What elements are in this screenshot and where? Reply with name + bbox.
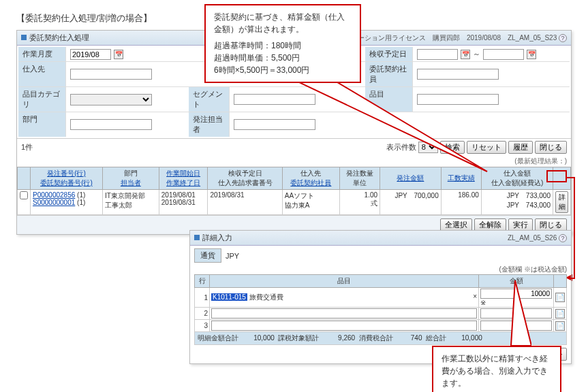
lbl-inspect: 検収予定日: [365, 47, 413, 61]
lbl-currency: 通貨: [194, 248, 221, 263]
lbl-supplier: 仕入先: [18, 62, 66, 86]
square-icon: [21, 35, 27, 40]
work-month-input[interactable]: [70, 49, 111, 60]
latest-note: (最新処理結果：): [17, 156, 571, 167]
calendar-icon[interactable]: 📅: [527, 50, 536, 59]
item-input[interactable]: [211, 308, 477, 318]
detail-button[interactable]: 詳細: [555, 191, 568, 213]
detail-row: 2📄: [195, 308, 567, 320]
result-table: 発注番号(行)委託契約番号(行) 部門担当者 作業開始日作業終了日 検収予定日仕…: [17, 167, 571, 215]
item-input[interactable]: [211, 321, 477, 331]
category-select[interactable]: [70, 94, 152, 105]
lbl-cat: 品目カテゴリ: [18, 87, 66, 112]
table-row: P0000002856 (1)S0000000001 (1) IT東京開発部工事…: [18, 190, 571, 215]
inspect-to[interactable]: [483, 49, 524, 60]
calc-icon[interactable]: 📄: [555, 321, 565, 331]
amount-input[interactable]: [480, 321, 552, 331]
lbl-seg: セグメント: [189, 87, 230, 112]
emp-input[interactable]: [417, 69, 499, 80]
th-ct[interactable]: 委託契約番号(行): [40, 179, 93, 186]
row-count: 1件: [21, 142, 33, 152]
th-hrs[interactable]: 工数実績: [448, 174, 475, 182]
th-po[interactable]: 発注番号(行): [47, 169, 86, 177]
lbl-item: 品目: [365, 87, 413, 112]
panel2-header: 詳細入力 ZL_AM_05_S26 ?: [190, 231, 571, 246]
lbl-orderer: 発注担当者: [189, 112, 230, 137]
amount-input[interactable]: [480, 289, 552, 299]
orderer-input[interactable]: [234, 119, 315, 130]
supplier-input[interactable]: [70, 69, 152, 80]
th-start[interactable]: 作業開始日: [166, 169, 200, 177]
inspect-from[interactable]: [417, 49, 458, 60]
calc-icon[interactable]: 📄: [555, 293, 565, 302]
calc-icon[interactable]: 📄: [555, 309, 565, 318]
search-button[interactable]: 検索: [440, 141, 465, 154]
note-tax: (金額欄 ※は税込金額): [194, 265, 567, 274]
help-icon[interactable]: ?: [559, 34, 567, 42]
lbl-work-month: 作業月度: [18, 47, 66, 61]
square-icon: [194, 235, 200, 240]
panel-detail: 詳細入力 ZL_AM_05_S26 ? 通貨 JPY (金額欄 ※は税込金額) …: [189, 230, 572, 364]
detail-row: 1 K1011-015 × 旅費交通費 ※ 📄: [195, 288, 567, 308]
reset-button[interactable]: リセット: [467, 141, 506, 154]
totals-row: 明細金額合計 10,000 課税対象額計 9,260 消費税合計 740 総合計…: [195, 332, 567, 345]
calendar-icon[interactable]: 📅: [114, 50, 123, 59]
detail-row: 3📄: [195, 320, 567, 332]
callout-calc: 委託契約に基づき、精算金額（仕入金額）が算出されます。 超過基準時間：180時間…: [204, 4, 361, 83]
th-end[interactable]: 作業終了日: [166, 179, 200, 186]
segment-input[interactable]: [234, 94, 315, 105]
amount-input[interactable]: [480, 308, 552, 318]
connector: [574, 177, 575, 279]
th-emp[interactable]: 委託契約社員: [290, 179, 331, 186]
th-pic[interactable]: 担当者: [121, 179, 141, 186]
panel2-title: 詳細入力: [202, 233, 232, 242]
callout-expense: 作業工数以外に精算すべき経費がある場合、別途入力できます。: [432, 346, 561, 392]
disp-select[interactable]: 8: [418, 142, 438, 153]
item-code[interactable]: K1011-015: [211, 293, 247, 301]
clear-icon[interactable]: ×: [473, 293, 477, 300]
detail-table: 行品目金額 1 K1011-015 × 旅費交通費 ※ 📄 2📄 3📄 明細金額…: [194, 274, 567, 345]
lbl-emp: 委託契約社員: [365, 62, 413, 86]
dept-input[interactable]: [70, 119, 152, 130]
row-checkbox[interactable]: [20, 191, 28, 199]
po-link[interactable]: P0000002856: [33, 191, 75, 199]
ct-link[interactable]: S0000000001: [33, 199, 75, 206]
th-amt[interactable]: 発注金額: [397, 174, 424, 182]
panel-title: 委託契約仕入処理: [29, 33, 89, 42]
help-icon[interactable]: ?: [559, 234, 567, 242]
history-button[interactable]: 履歴: [508, 141, 533, 154]
calendar-icon[interactable]: 📅: [461, 50, 470, 59]
lbl-dept: 部門: [18, 112, 66, 137]
close-button[interactable]: 閉じる: [535, 141, 567, 154]
connector: [571, 278, 575, 279]
item-input[interactable]: [417, 94, 499, 105]
disp-lbl: 表示件数: [386, 143, 416, 151]
currency-val: JPY: [226, 252, 239, 260]
